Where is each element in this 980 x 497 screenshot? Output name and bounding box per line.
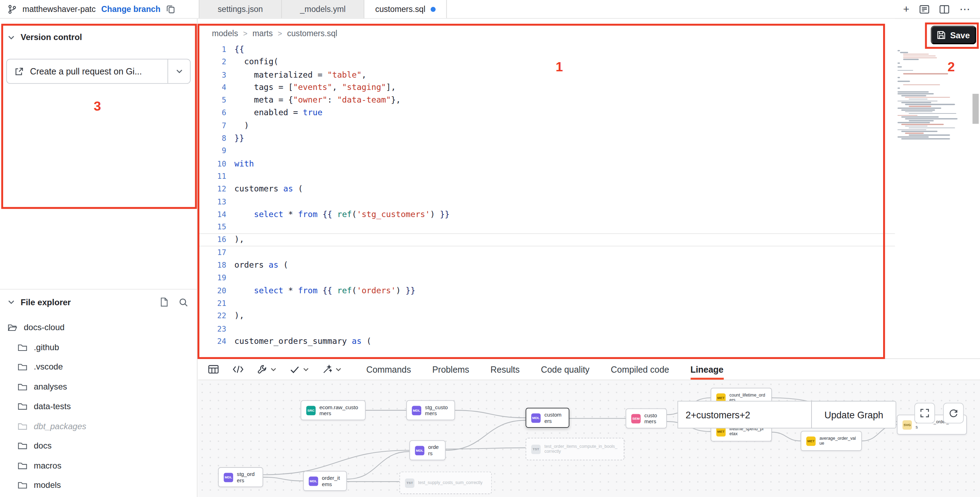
code-line-18[interactable]: 18orders as ( — [198, 259, 895, 271]
new-file-icon[interactable] — [159, 297, 169, 307]
code-line-24[interactable]: 24customer_orders_summary as ( — [198, 335, 895, 348]
lineage-graph[interactable]: SRCecom.raw_customersMDLstg_customersMDL… — [198, 381, 980, 497]
code-text: orders as ( — [234, 259, 288, 271]
update-graph-button[interactable]: Update Graph — [811, 401, 896, 428]
tab-customers-sql[interactable]: customers.sql — [364, 0, 447, 18]
code-line-19[interactable]: 19 — [198, 271, 895, 284]
lineage-node-order-items[interactable]: MDLorder_items — [303, 471, 347, 491]
code-line-21[interactable]: 21 — [198, 297, 895, 310]
results-table-icon[interactable] — [208, 365, 219, 374]
code-line-15[interactable]: 15 — [198, 221, 895, 234]
file-tree: docs-cloud.github.vscodeanalysesdata-tes… — [0, 318, 196, 497]
lineage-node-test-supply-costs-sum-correctly[interactable]: TSTtest_supply_costs_sum_correctly — [399, 472, 492, 494]
code-icon[interactable] — [232, 365, 243, 373]
save-button[interactable]: Save — [931, 25, 976, 44]
magic-wand-icon — [323, 365, 332, 374]
file-tree-item--github[interactable]: .github — [0, 338, 196, 357]
code-line-16[interactable]: 16), — [198, 234, 895, 246]
code-editor[interactable]: models>marts>customers.sql 1{{2 config(3… — [198, 19, 895, 358]
line-number: 5 — [198, 94, 234, 107]
fullscreen-icon — [920, 408, 929, 418]
lineage-node-stg-customers[interactable]: MDLstg_customers — [406, 400, 455, 421]
breadcrumb-item[interactable]: models — [212, 29, 238, 38]
bottom-tab-lineage[interactable]: Lineage — [690, 359, 724, 380]
node-label: stg_customers — [425, 404, 449, 417]
line-number: 14 — [198, 208, 234, 221]
file-tree-label: docs — [34, 441, 52, 451]
tab-settings-json[interactable]: settings.json — [199, 0, 282, 18]
bottom-tab-results[interactable]: Results — [490, 359, 520, 380]
new-tab-icon[interactable]: + — [903, 4, 910, 14]
tab-models-yml[interactable]: _models.yml — [282, 0, 364, 18]
code-line-10[interactable]: 10with — [198, 157, 895, 170]
lineage-node-customers[interactable]: MDLcustomers — [525, 408, 570, 428]
breadcrumb-item[interactable]: marts — [252, 29, 273, 38]
lint-dropdown[interactable] — [290, 366, 309, 373]
change-branch-link[interactable]: Change branch — [102, 4, 161, 14]
file-tree-item-data-tests[interactable]: data-tests — [0, 397, 196, 416]
file-tree-item-analyses[interactable]: analyses — [0, 377, 196, 397]
code-line-20[interactable]: 20 select * from {{ ref('orders') }} — [198, 285, 895, 297]
copy-branch-icon[interactable] — [166, 4, 175, 14]
file-tree-item-macros[interactable]: macros — [0, 456, 196, 475]
breadcrumb-separator: > — [243, 29, 247, 38]
code-lines[interactable]: 1{{2 config(3 materialized = "table",4 t… — [198, 43, 895, 348]
lineage-node-average-order-value[interactable]: METaverage_order_value — [801, 431, 862, 451]
build-tools-dropdown[interactable] — [258, 365, 276, 374]
file-explorer-header[interactable]: File explorer — [8, 294, 188, 310]
code-line-17[interactable]: 17 — [198, 246, 895, 259]
code-line-23[interactable]: 23 — [198, 322, 895, 335]
minimap[interactable] — [897, 50, 970, 150]
node-type-badge: TST — [531, 444, 541, 454]
code-line-4[interactable]: 4 tags = ["events", "staging"], — [198, 81, 895, 94]
lineage-node-stg-orders[interactable]: MDLstg_orders — [218, 467, 263, 487]
code-line-6[interactable]: 6 enabled = true — [198, 107, 895, 119]
bottom-tab-problems[interactable]: Problems — [432, 359, 469, 380]
line-number: 11 — [198, 170, 234, 183]
code-line-11[interactable]: 11 — [198, 170, 895, 183]
code-line-3[interactable]: 3 materialized = "table", — [198, 68, 895, 81]
bottom-tab-code-quality[interactable]: Code quality — [541, 359, 590, 380]
file-tree-item-docs[interactable]: docs — [0, 436, 196, 456]
breadcrumb-item[interactable]: customers.sql — [287, 29, 337, 38]
fix-dropdown[interactable] — [323, 365, 341, 374]
file-tree-item-docs-cloud[interactable]: docs-cloud — [0, 318, 196, 338]
file-tree-item--vscode[interactable]: .vscode — [0, 357, 196, 377]
lineage-node-orders[interactable]: MDLorders — [409, 440, 445, 460]
line-number: 3 — [198, 68, 234, 81]
code-line-22[interactable]: 22), — [198, 310, 895, 322]
code-line-12[interactable]: 12customers as ( — [198, 183, 895, 195]
editor-list-icon[interactable] — [919, 5, 929, 13]
file-tree-item-models[interactable]: models — [0, 475, 196, 495]
code-line-7[interactable]: 7 ) — [198, 119, 895, 132]
code-line-14[interactable]: 14 select * from {{ ref('stg_customers')… — [198, 208, 895, 221]
bottom-tab-compiled-code[interactable]: Compiled code — [611, 359, 669, 380]
create-pull-request-button[interactable]: Create a pull request on Gi... — [6, 59, 191, 84]
code-text: enabled = true — [234, 107, 323, 119]
lineage-node-test-order-items-compute-in-bools-correctly[interactable]: TSTtest_order_items_compute_in_bools_cor… — [525, 438, 624, 460]
code-line-8[interactable]: 8}} — [198, 132, 895, 145]
more-options-icon[interactable]: ⋯ — [959, 4, 970, 14]
version-control-header[interactable]: Version control — [8, 33, 82, 42]
lineage-node-customers[interactable]: SEMcustomers — [625, 408, 667, 429]
file-tree-item-dbt-packages[interactable]: dbt_packages — [0, 416, 196, 436]
lineage-selector-input[interactable] — [678, 401, 812, 428]
search-icon[interactable] — [179, 298, 188, 307]
split-editor-icon[interactable] — [939, 5, 949, 13]
node-type-badge: SRC — [306, 406, 316, 415]
line-number: 13 — [198, 196, 234, 208]
code-line-1[interactable]: 1{{ — [198, 43, 895, 56]
bottom-tab-commands[interactable]: Commands — [366, 359, 410, 380]
fullscreen-button[interactable] — [914, 403, 935, 424]
code-line-5[interactable]: 5 meta = {"owner": "data-team"}, — [198, 94, 895, 107]
code-line-2[interactable]: 2 config( — [198, 56, 895, 68]
sidebar: Version control Create a pull request on… — [0, 19, 197, 497]
editor-scrollbar-thumb[interactable] — [973, 94, 979, 124]
code-line-9[interactable]: 9 — [198, 145, 895, 157]
code-line-13[interactable]: 13 — [198, 196, 895, 208]
pr-button-dropdown[interactable] — [167, 59, 190, 83]
line-number: 2 — [198, 56, 234, 68]
node-type-badge: TST — [405, 478, 415, 487]
lineage-node-ecom-raw-customers[interactable]: SRCecom.raw_customers — [301, 400, 365, 421]
refresh-graph-button[interactable] — [943, 403, 964, 424]
